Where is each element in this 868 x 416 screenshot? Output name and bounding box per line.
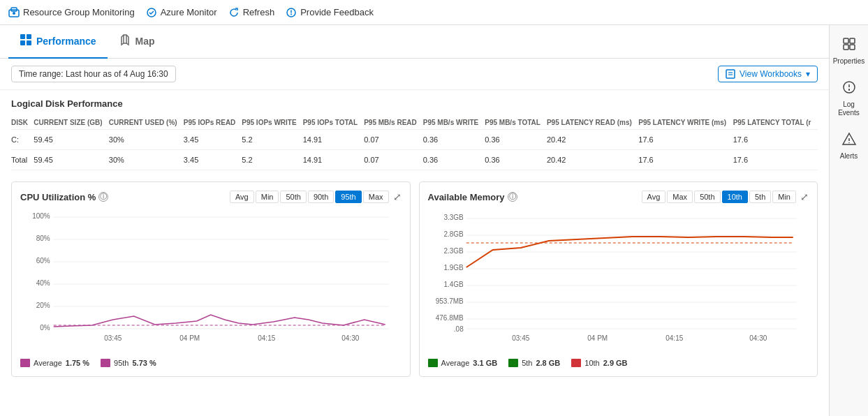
view-workbooks-label: View Workbooks: [740, 69, 802, 79]
properties-icon: [841, 36, 857, 55]
memory-btn-50th[interactable]: 50th: [694, 191, 720, 203]
cpu-chart-buttons: Avg Min 50th 90th 95th Max ⤢: [230, 191, 402, 203]
svg-text:04 PM: 04 PM: [179, 334, 200, 342]
cpu-chart-title: CPU Utilization % ⓘ: [20, 192, 108, 202]
refresh-icon: [228, 7, 240, 18]
svg-text:04:15: 04:15: [665, 334, 683, 342]
memory-chart-legend: Average 3.1 GB 5th 2.8 GB 10th 2.9 GB: [428, 359, 809, 367]
memory-btn-min[interactable]: Min: [772, 191, 796, 203]
memory-btn-avg[interactable]: Avg: [642, 191, 666, 203]
cpu-avg-value: 1.75 %: [66, 359, 89, 367]
time-range-button[interactable]: Time range: Last hour as of 4 Aug 16:30: [11, 66, 176, 82]
svg-rect-12: [726, 70, 735, 78]
svg-text:476.8MB: 476.8MB: [435, 314, 463, 322]
nav-refresh[interactable]: Refresh: [228, 7, 275, 18]
memory-btn-10th[interactable]: 10th: [722, 191, 748, 203]
memory-5th-color: [508, 359, 518, 367]
cpu-95th-color: [101, 359, 110, 367]
log-events-label: Log Events: [832, 101, 865, 117]
col-p95-iops-total: P95 IOPs TOTAL: [303, 116, 365, 130]
tab-performance-label: Performance: [36, 36, 96, 47]
nav-provide-feedback[interactable]: Provide Feedback: [286, 7, 374, 18]
content-area: Performance Map Time range: Last hour as…: [0, 25, 829, 416]
cpu-avg-label: Average: [34, 359, 62, 367]
memory-info-icon[interactable]: ⓘ: [508, 192, 517, 202]
col-p95-mbs-write: P95 MB/s WRITE: [423, 116, 485, 130]
memory-pin-icon[interactable]: ⤢: [800, 191, 809, 202]
feedback-icon: [286, 7, 297, 18]
log-events-button[interactable]: Log Events: [830, 74, 868, 123]
properties-button[interactable]: Properties: [830, 31, 868, 71]
col-p95-lat-write: P95 LATENCY WRITE (ms): [638, 116, 733, 130]
cpu-95th-label: 95th: [114, 359, 128, 367]
tab-bar: Performance Map: [0, 25, 829, 59]
cpu-btn-95th[interactable]: 95th: [335, 191, 361, 203]
cpu-btn-50th[interactable]: 50th: [280, 191, 306, 203]
memory-btn-max[interactable]: Max: [667, 191, 693, 203]
azure-monitor-icon: [146, 7, 157, 18]
tab-map-label: Map: [135, 36, 155, 47]
map-tab-icon: [119, 34, 131, 49]
charts-row: CPU Utilization % ⓘ Avg Min 50th 90th 95…: [11, 181, 818, 377]
memory-chart-header: Available Memory ⓘ Avg Max 50th 10th 5th…: [428, 191, 809, 203]
svg-text:.08: .08: [453, 325, 463, 333]
svg-text:100%: 100%: [32, 212, 50, 220]
svg-text:20%: 20%: [36, 302, 50, 309]
svg-text:03:45: 03:45: [512, 334, 529, 342]
svg-text:1.9GB: 1.9GB: [443, 264, 464, 272]
log-events-icon: [841, 80, 857, 98]
svg-rect-8: [27, 40, 31, 45]
svg-rect-54: [850, 38, 855, 43]
nav-resource-group-monitoring[interactable]: Resource Group Monitoring: [8, 7, 135, 18]
col-p95-mbs-read: P95 MB/s READ: [364, 116, 423, 130]
nav-azure-monitor[interactable]: Azure Monitor: [146, 7, 217, 18]
cpu-btn-avg[interactable]: Avg: [230, 191, 254, 203]
scrollable-content[interactable]: Logical Disk Performance DISK CURRENT SI…: [0, 90, 829, 416]
disk-performance-section: Logical Disk Performance DISK CURRENT SI…: [11, 98, 818, 170]
svg-text:04 PM: 04 PM: [587, 334, 608, 342]
svg-text:40%: 40%: [36, 279, 50, 287]
svg-text:1.4GB: 1.4GB: [443, 281, 464, 288]
svg-text:3.3GB: 3.3GB: [443, 214, 464, 221]
svg-text:04:30: 04:30: [749, 334, 767, 342]
svg-text:2.8GB: 2.8GB: [443, 230, 464, 238]
cpu-btn-90th[interactable]: 90th: [308, 191, 334, 203]
cpu-chart-header: CPU Utilization % ⓘ Avg Min 50th 90th 95…: [20, 191, 402, 203]
nav-azure-monitor-label: Azure Monitor: [161, 7, 217, 17]
alerts-label: Alerts: [840, 152, 858, 161]
alerts-icon: [841, 131, 857, 150]
resource-group-icon: [8, 7, 20, 18]
memory-chart-title: Available Memory ⓘ: [428, 192, 517, 202]
alerts-button[interactable]: Alerts: [830, 126, 868, 166]
performance-tab-icon: [20, 34, 32, 49]
col-current-size: CURRENT SIZE (GB): [34, 116, 109, 130]
svg-text:03:45: 03:45: [104, 334, 122, 342]
svg-marker-9: [122, 35, 128, 45]
memory-btn-5th[interactable]: 5th: [749, 191, 771, 203]
cpu-btn-max[interactable]: Max: [363, 191, 389, 203]
memory-5th-value: 2.8 GB: [536, 359, 560, 367]
tab-map[interactable]: Map: [108, 25, 166, 59]
col-p95-iops-read: P95 IOPs READ: [184, 116, 242, 130]
cpu-chart-card: CPU Utilization % ⓘ Avg Min 50th 90th 95…: [11, 181, 411, 377]
col-p95-mbs-total: P95 MB/s TOTAL: [485, 116, 547, 130]
col-current-used: CURRENT USED (%): [109, 116, 184, 130]
cpu-btn-min[interactable]: Min: [256, 191, 279, 203]
disk-performance-title: Logical Disk Performance: [11, 98, 818, 109]
cpu-pin-icon[interactable]: ⤢: [393, 191, 402, 202]
memory-5th-label: 5th: [522, 359, 532, 367]
memory-10th-label: 10th: [584, 359, 599, 367]
cpu-info-icon[interactable]: ⓘ: [98, 192, 108, 202]
svg-rect-56: [850, 45, 855, 50]
svg-text:04:15: 04:15: [258, 334, 275, 342]
memory-chart-svg: 3.3GB 2.8GB 2.3GB 1.9GB 1.4GB 953.7MB 47…: [428, 211, 809, 351]
view-workbooks-button[interactable]: View Workbooks ▾: [718, 66, 818, 82]
svg-text:60%: 60%: [36, 257, 50, 265]
svg-text:953.7MB: 953.7MB: [435, 297, 463, 305]
tab-performance[interactable]: Performance: [8, 25, 108, 59]
svg-text:04:30: 04:30: [341, 334, 359, 342]
nav-refresh-label: Refresh: [243, 7, 275, 17]
col-p95-lat-read: P95 LATENCY READ (ms): [547, 116, 638, 130]
cpu-legend-average: Average 1.75 %: [20, 359, 89, 367]
cpu-chart-legend: Average 1.75 % 95th 5.73 %: [20, 359, 402, 367]
